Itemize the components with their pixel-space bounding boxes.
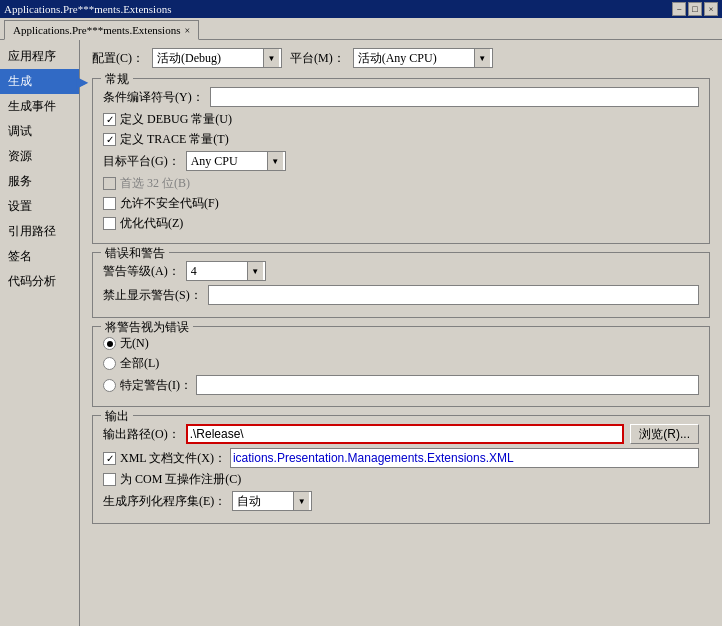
com-interop-label: 为 COM 互操作注册(C) (120, 471, 241, 488)
all-radio-row: 全部(L) (103, 355, 699, 372)
com-interop-row: 为 COM 互操作注册(C) (103, 471, 699, 488)
all-radio[interactable] (103, 357, 116, 370)
xml-doc-label: XML 文档文件(X)： (120, 450, 226, 467)
platform-dropdown[interactable]: 活动(Any CPU) ▼ (353, 48, 493, 68)
sidebar-item-signing[interactable]: 签名 (0, 244, 79, 269)
target-platform-arrow: ▼ (267, 152, 283, 170)
prefer32-row: 首选 32 位(B) (103, 175, 699, 192)
sidebar-item-build-events[interactable]: 生成事件 (0, 94, 79, 119)
tab-main[interactable]: Applications.Pre***ments.Extensions × (4, 20, 199, 40)
optimize-label: 优化代码(Z) (120, 215, 183, 232)
serialization-arrow: ▼ (293, 492, 309, 510)
conditional-symbol-input[interactable] (210, 87, 699, 107)
suppress-warnings-label: 禁止显示警告(S)： (103, 287, 202, 304)
config-dropdown-arrow: ▼ (263, 49, 279, 67)
platform-label: 平台(M)： (290, 50, 345, 67)
allow-unsafe-label: 允许不安全代码(F) (120, 195, 219, 212)
sidebar-item-services[interactable]: 服务 (0, 169, 79, 194)
suppress-warnings-input[interactable] (208, 285, 699, 305)
warning-level-dropdown[interactable]: 4 ▼ (186, 261, 266, 281)
tab-label: Applications.Pre***ments.Extensions (13, 24, 180, 36)
sidebar-item-ref-paths[interactable]: 引用路径 (0, 219, 79, 244)
allow-unsafe-row: 允许不安全代码(F) (103, 195, 699, 212)
prefer32-checkbox[interactable] (103, 177, 116, 190)
main-container: 应用程序 生成 ▶ 生成事件 调试 资源 服务 设置 引用路径 签名 代码分析 … (0, 40, 722, 626)
treat-warnings-title: 将警告视为错误 (101, 319, 193, 336)
sidebar: 应用程序 生成 ▶ 生成事件 调试 资源 服务 设置 引用路径 签名 代码分析 (0, 40, 80, 626)
none-label: 无(N) (120, 335, 149, 352)
none-radio-row: 无(N) (103, 335, 699, 352)
target-platform-row: 目标平台(G)： Any CPU ▼ (103, 151, 699, 171)
sidebar-item-code-analysis[interactable]: 代码分析 (0, 269, 79, 294)
conditional-symbol-row: 条件编译符号(Y)： (103, 87, 699, 107)
maximize-button[interactable]: □ (688, 2, 702, 16)
errors-warnings-title: 错误和警告 (101, 245, 169, 262)
content-area: 配置(C)： 活动(Debug) ▼ 平台(M)： 活动(Any CPU) ▼ … (80, 40, 722, 626)
treat-warnings-section: 将警告视为错误 无(N) 全部(L) 特定警告(I)： (92, 326, 710, 407)
optimize-row: 优化代码(Z) (103, 215, 699, 232)
title-bar-text: Applications.Pre***ments.Extensions (4, 3, 171, 15)
output-title: 输出 (101, 408, 133, 425)
config-label: 配置(C)： (92, 50, 144, 67)
output-path-row: 输出路径(O)： 浏览(R)... (103, 424, 699, 444)
minimize-button[interactable]: − (672, 2, 686, 16)
optimize-checkbox[interactable] (103, 217, 116, 230)
all-label: 全部(L) (120, 355, 159, 372)
serialization-label: 生成序列化程序集(E)： (103, 493, 226, 510)
define-trace-checkbox[interactable]: ✓ (103, 133, 116, 146)
define-trace-row: ✓ 定义 TRACE 常量(T) (103, 131, 699, 148)
warning-level-label: 警告等级(A)： (103, 263, 180, 280)
sidebar-item-app[interactable]: 应用程序 (0, 44, 79, 69)
general-section: 常规 条件编译符号(Y)： ✓ 定义 DEBUG 常量(U) ✓ 定义 TRAC… (92, 78, 710, 244)
specific-label: 特定警告(I)： (120, 377, 192, 394)
target-platform-label: 目标平台(G)： (103, 153, 180, 170)
sidebar-item-resources[interactable]: 资源 (0, 144, 79, 169)
close-button[interactable]: × (704, 2, 718, 16)
specific-warnings-input[interactable] (196, 375, 699, 395)
com-interop-checkbox[interactable] (103, 473, 116, 486)
top-config-bar: 配置(C)： 活动(Debug) ▼ 平台(M)： 活动(Any CPU) ▼ (92, 48, 710, 68)
browse-button[interactable]: 浏览(R)... (630, 424, 699, 444)
config-dropdown[interactable]: 活动(Debug) ▼ (152, 48, 282, 68)
general-title: 常规 (101, 71, 133, 88)
sidebar-item-debug[interactable]: 调试 (0, 119, 79, 144)
prefer32-label: 首选 32 位(B) (120, 175, 190, 192)
specific-radio-row: 特定警告(I)： (103, 375, 699, 395)
allow-unsafe-checkbox[interactable] (103, 197, 116, 210)
title-bar: Applications.Pre***ments.Extensions − □ … (0, 0, 722, 18)
serialization-row: 生成序列化程序集(E)： 自动 ▼ (103, 491, 699, 511)
xml-doc-checkbox[interactable]: ✓ (103, 452, 116, 465)
warning-level-row: 警告等级(A)： 4 ▼ (103, 261, 699, 281)
suppress-warnings-row: 禁止显示警告(S)： (103, 285, 699, 305)
define-debug-label: 定义 DEBUG 常量(U) (120, 111, 232, 128)
define-debug-row: ✓ 定义 DEBUG 常量(U) (103, 111, 699, 128)
sidebar-item-build[interactable]: 生成 ▶ (0, 69, 79, 94)
tab-close-icon[interactable]: × (184, 25, 190, 36)
output-section: 输出 输出路径(O)： 浏览(R)... ✓ XML 文档文件(X)： 为 CO… (92, 415, 710, 524)
output-path-input[interactable] (186, 424, 625, 444)
xml-doc-input[interactable] (230, 448, 699, 468)
specific-radio[interactable] (103, 379, 116, 392)
title-bar-buttons[interactable]: − □ × (672, 2, 718, 16)
errors-warnings-section: 错误和警告 警告等级(A)： 4 ▼ 禁止显示警告(S)： (92, 252, 710, 318)
title-bar-left: Applications.Pre***ments.Extensions (4, 3, 171, 15)
warning-level-arrow: ▼ (247, 262, 263, 280)
sidebar-item-settings[interactable]: 设置 (0, 194, 79, 219)
platform-dropdown-arrow: ▼ (474, 49, 490, 67)
xml-doc-row: ✓ XML 文档文件(X)： (103, 448, 699, 468)
define-trace-label: 定义 TRACE 常量(T) (120, 131, 229, 148)
output-path-label: 输出路径(O)： (103, 426, 180, 443)
tab-bar: Applications.Pre***ments.Extensions × (0, 18, 722, 40)
serialization-dropdown[interactable]: 自动 ▼ (232, 491, 312, 511)
define-debug-checkbox[interactable]: ✓ (103, 113, 116, 126)
target-platform-dropdown[interactable]: Any CPU ▼ (186, 151, 286, 171)
conditional-symbol-label: 条件编译符号(Y)： (103, 89, 204, 106)
none-radio[interactable] (103, 337, 116, 350)
